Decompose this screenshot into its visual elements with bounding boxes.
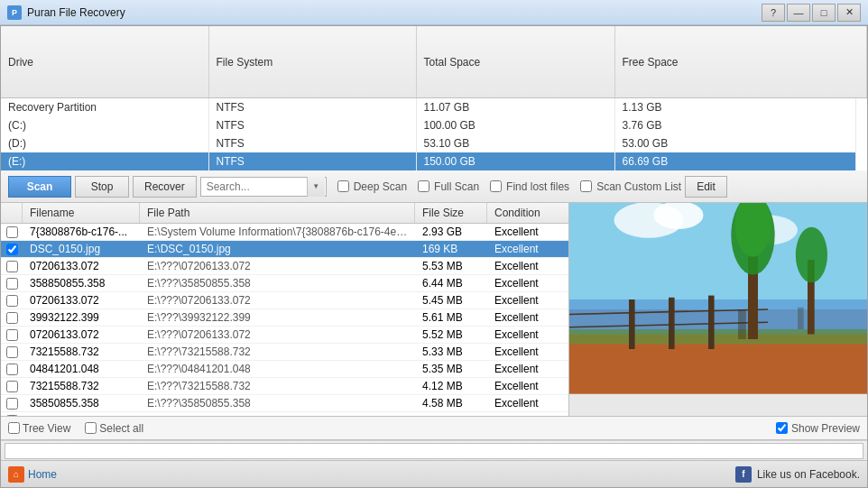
file-row[interactable]: DSC_0150.jpg E:\DSC_0150.jpg 169 KB Exce… [1,241,568,258]
preview-image [569,203,867,416]
deep-scan-group: Deep Scan [337,180,407,193]
file-path-cell: E:\???\07206133.072 [140,292,415,308]
file-checkbox[interactable] [6,398,18,410]
select-all-checkbox[interactable] [85,422,97,434]
file-checkbox[interactable] [6,295,18,307]
file-condition-cell: Excellent [487,275,568,291]
file-checkbox[interactable] [6,278,18,290]
drive-scroll-area[interactable]: Recovery Partition NTFS 11.07 GB 1.13 GB… [1,98,867,170]
preview-svg [569,203,867,416]
tree-view-checkbox[interactable] [8,422,20,434]
file-condition-cell: Excellent [487,361,568,377]
file-list-panel: Filename File Path File Size Condition 7… [1,203,569,416]
file-check[interactable] [1,345,23,360]
file-check[interactable] [1,259,23,274]
file-size-cell: 2.93 GB [415,224,487,240]
file-check[interactable] [1,242,23,257]
file-row[interactable]: 73215588.732 E:\???\73215588.732 5.33 MB… [1,344,568,361]
file-name-cell: 04841201.048 [23,361,140,377]
deep-scan-label: Deep Scan [354,180,407,193]
titlebar: P Puran File Recovery ? — □ ✕ [0,0,868,25]
facebook-label: Like us on Facebook. [757,468,860,481]
scan-custom-checkbox[interactable] [580,180,592,192]
close-button[interactable]: ✕ [837,4,861,22]
stop-button[interactable]: Stop [75,176,129,198]
file-check[interactable] [1,327,23,343]
scan-button[interactable]: Scan [8,176,71,198]
drive-cell: Recovery Partition [1,98,208,116]
svg-rect-19 [738,309,746,339]
file-checkbox[interactable] [6,312,18,324]
file-path-cell: E:\???\04841201.048 [140,361,415,377]
file-row[interactable]: 35850855.358 E:\???\35850855.358 4.58 MB… [1,395,568,412]
footer: ⌂ Home f Like us on Facebook. [1,460,867,487]
drive-row[interactable]: (D:) NTFS 53.10 GB 53.00 GB [1,134,856,152]
help-button[interactable]: ? [762,4,785,22]
find-lost-group: Find lost files [490,180,569,193]
file-path-cell: E:\???\35850855.358 [140,395,415,411]
file-size-cell: 169 KB [415,241,487,257]
free-cell: 66.69 GB [614,152,856,170]
file-row[interactable]: 04841201.048 E:\???\04841201.048 5.35 MB… [1,361,568,378]
file-row[interactable]: 73215588.732 E:\???\73215588.732 4.12 MB… [1,378,568,395]
window-controls[interactable]: ? — □ ✕ [762,4,861,22]
file-name-cell: 7{3808876b-c176-... [23,224,140,240]
home-icon: ⌂ [8,466,24,483]
home-link[interactable]: ⌂ Home [8,466,57,483]
file-checkbox[interactable] [6,346,18,358]
file-name-cell: 07206133.072 [23,327,140,343]
drive-row[interactable]: Recovery Partition NTFS 11.07 GB 1.13 GB [1,98,856,116]
file-row[interactable]: 07206133.072 E:\???\07206133.072 5.53 MB… [1,258,568,275]
file-table-body[interactable]: 7{3808876b-c176-... E:\System Volume Inf… [1,224,568,416]
status-input[interactable] [5,443,863,459]
file-check[interactable] [1,396,23,411]
file-condition-cell: Excellent [487,344,568,360]
file-check[interactable] [1,362,23,377]
file-size-cell: 5.35 MB [415,361,487,377]
total-cell: 100.00 GB [416,116,614,134]
full-scan-checkbox[interactable] [418,180,429,192]
drive-row[interactable]: (E:) NTFS 150.00 GB 66.69 GB [1,152,856,170]
file-checkbox[interactable] [6,226,18,238]
deep-scan-checkbox[interactable] [337,180,349,192]
bottom-section: Tree View Select all Show Preview [1,416,867,460]
find-lost-checkbox[interactable] [490,180,502,192]
file-row[interactable]: 07206133.072 E:\???\07206133.072 5.52 MB… [1,327,568,344]
file-check[interactable] [1,310,23,326]
file-checkbox[interactable] [6,364,18,375]
minimize-button[interactable]: — [787,4,810,22]
filesize-col-header: File Size [415,203,487,223]
file-row[interactable]: 07206133.072 E:\???\07206133.072 5.45 MB… [1,292,568,309]
svg-rect-7 [569,345,867,394]
maximize-button[interactable]: □ [812,4,836,22]
file-check[interactable] [1,379,23,394]
file-path-cell: E:\???\07206133.072 [140,258,415,274]
file-condition-cell: Excellent [487,378,568,394]
file-check[interactable] [1,293,23,308]
freespace-col-header: Free Space [614,26,867,98]
total-cell: 53.10 GB [416,134,614,152]
file-row[interactable]: 39932122.399 E:\???\39932122.399 5.61 MB… [1,309,568,327]
show-preview-group: Show Preview [776,422,860,435]
drive-row[interactable]: (C:) NTFS 100.00 GB 3.76 GB [1,116,856,134]
recover-button[interactable]: Recover [133,176,197,198]
file-row[interactable]: 358850855.358 E:\???\35850855.358 6.44 M… [1,275,568,292]
fs-cell: NTFS [208,134,416,152]
file-checkbox[interactable] [6,381,18,392]
status-bar [1,440,867,460]
file-checkbox[interactable] [6,329,18,341]
totalspace-col-header: Total Space [416,26,614,98]
file-check[interactable] [1,225,23,240]
total-cell: 150.00 GB [416,152,614,170]
free-cell: 1.13 GB [614,98,856,116]
file-check[interactable] [1,276,23,291]
file-condition-cell: Excellent [487,292,568,308]
file-checkbox[interactable] [6,244,18,255]
show-preview-checkbox[interactable] [776,422,788,434]
search-dropdown-arrow[interactable]: ▼ [307,177,325,197]
file-checkbox[interactable] [6,261,18,272]
file-row[interactable]: 7{3808876b-c176-... E:\System Volume Inf… [1,224,568,241]
filename-col-header: Filename [23,203,140,223]
toolbar: Scan Stop Recover ▼ Deep Scan Full Scan … [1,170,867,203]
edit-button[interactable]: Edit [685,176,727,198]
